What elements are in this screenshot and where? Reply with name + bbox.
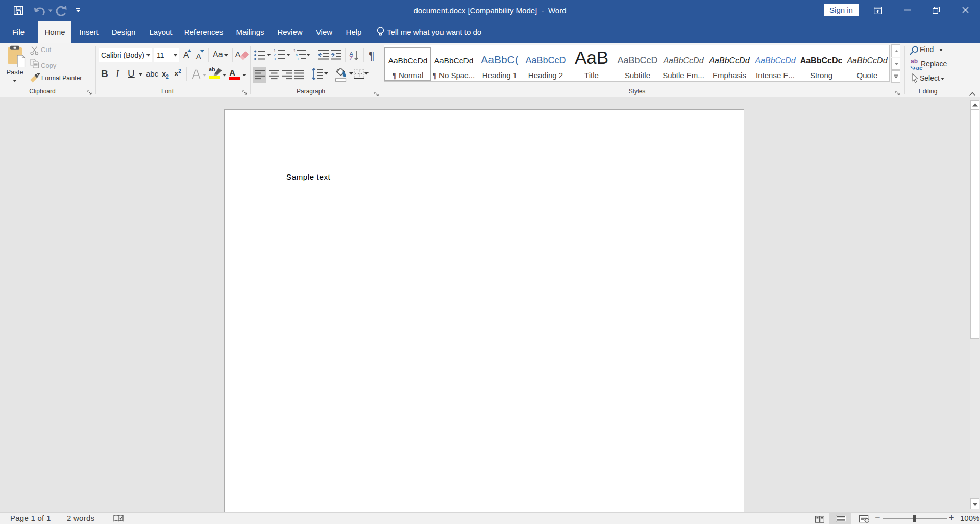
svg-text:1: 1 bbox=[274, 49, 276, 53]
svg-text:1: 1 bbox=[293, 49, 296, 53]
svg-text:3: 3 bbox=[274, 57, 276, 61]
svg-text:a: a bbox=[296, 53, 298, 57]
svg-text:i: i bbox=[298, 57, 299, 61]
svg-text:2: 2 bbox=[274, 53, 276, 57]
svg-text:Z: Z bbox=[350, 55, 353, 61]
